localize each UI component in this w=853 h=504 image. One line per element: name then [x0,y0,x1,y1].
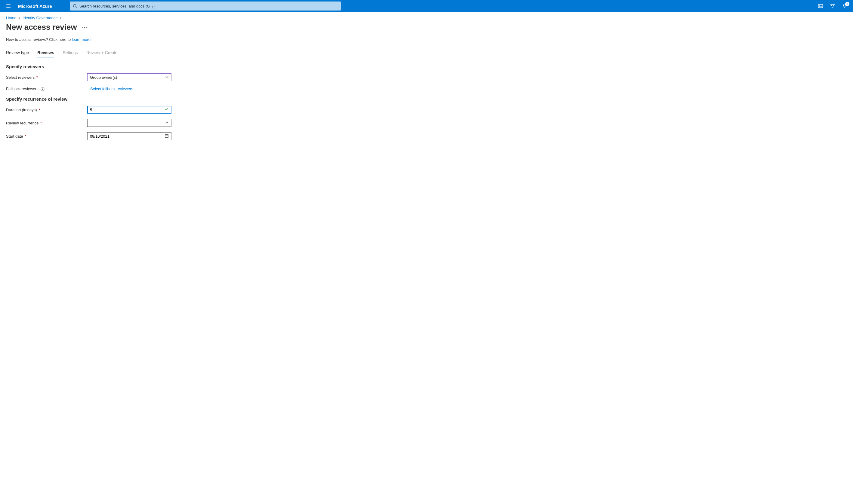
section-heading-reviewers: Specify reviewers [6,64,847,69]
wizard-tabs: Review type Reviews Settings Review + Cr… [6,50,847,57]
hamburger-menu-button[interactable] [2,0,14,12]
svg-point-0 [73,4,76,7]
required-marker: * [40,121,42,125]
svg-line-1 [75,7,77,8]
required-marker: * [36,75,38,80]
svg-rect-7 [165,134,169,137]
label-duration: Duration (in days) * [6,108,87,112]
valid-check-icon [164,107,169,112]
field-recurrence [87,119,171,127]
breadcrumb-sep: › [19,16,20,20]
filter-icon [830,3,835,9]
required-marker: * [25,134,26,139]
breadcrumb-home[interactable]: Home [6,16,17,20]
page-title: New access review [6,22,77,32]
directory-filter-button[interactable] [826,0,839,12]
top-bar-actions: 2 [815,0,851,12]
calendar-icon[interactable] [164,134,169,139]
start-date-input[interactable] [90,134,164,139]
notification-badge: 2 [845,2,849,6]
label-select-reviewers-text: Select reviewers [6,75,35,80]
field-duration [87,106,171,113]
intro-text: New to access reviews? Click here to lea… [6,37,847,42]
intro-suffix: . [90,37,92,42]
label-recurrence: Review recurrence * [6,121,87,125]
tab-settings: Settings [63,50,78,57]
cloud-shell-button[interactable] [815,0,826,12]
search-icon [73,4,77,8]
label-start-date-text: Start date [6,134,23,139]
field-fallback-reviewers: Select fallback reviewers [87,87,171,91]
row-recurrence: Review recurrence * [6,119,847,127]
azure-top-bar: Microsoft Azure 2 [0,0,853,12]
row-duration: Duration (in days) * [6,106,847,113]
label-fallback-reviewers-text: Fallback reviewers [6,87,38,91]
select-fallback-reviewers-link[interactable]: Select fallback reviewers [87,87,133,91]
label-duration-text: Duration (in days) [6,108,37,112]
global-search [70,1,341,11]
tab-review-type[interactable]: Review type [6,50,29,57]
label-fallback-reviewers: Fallback reviewers [6,87,87,91]
tab-review-create: Review + Create [86,50,118,57]
brand-label: Microsoft Azure [18,4,52,9]
breadcrumb: Home › Identity Governance › [6,16,847,20]
tab-reviews[interactable]: Reviews [37,50,54,57]
hamburger-icon [6,3,11,9]
breadcrumb-sep: › [60,16,61,20]
label-recurrence-text: Review recurrence [6,121,38,125]
section-heading-recurrence: Specify recurrence of review [6,96,847,102]
duration-input-box[interactable] [87,106,171,113]
label-start-date: Start date * [6,134,87,139]
field-select-reviewers: Group owner(s) [87,73,171,81]
row-fallback-reviewers: Fallback reviewers Select fallback revie… [6,87,847,91]
page-body: Home › Identity Governance › New access … [0,12,853,149]
start-date-input-box[interactable] [87,132,171,140]
row-select-reviewers: Select reviewers * Group owner(s) [6,73,847,81]
page-title-row: New access review ⋯ [6,22,847,32]
chevron-down-icon [165,75,169,80]
info-icon[interactable] [40,87,45,91]
required-marker: * [38,108,40,112]
learn-more-link[interactable]: learn more [72,37,90,42]
global-search-input[interactable] [80,4,338,8]
global-search-box[interactable] [70,1,341,11]
page-actions-menu[interactable]: ⋯ [82,24,87,31]
recurrence-dropdown[interactable] [87,119,171,127]
label-select-reviewers: Select reviewers * [6,75,87,80]
duration-input[interactable] [90,108,164,112]
chevron-down-icon [165,121,169,125]
breadcrumb-identity-governance[interactable]: Identity Governance [22,16,57,20]
cloud-shell-icon [818,3,823,9]
notifications-button[interactable]: 2 [839,0,851,12]
row-start-date: Start date * [6,132,847,140]
svg-rect-2 [818,4,823,8]
field-start-date [87,132,171,140]
intro-prefix: New to access reviews? Click here to [6,37,72,42]
select-reviewers-value: Group owner(s) [90,75,117,80]
select-reviewers-dropdown[interactable]: Group owner(s) [87,73,171,81]
svg-point-6 [42,88,43,88]
